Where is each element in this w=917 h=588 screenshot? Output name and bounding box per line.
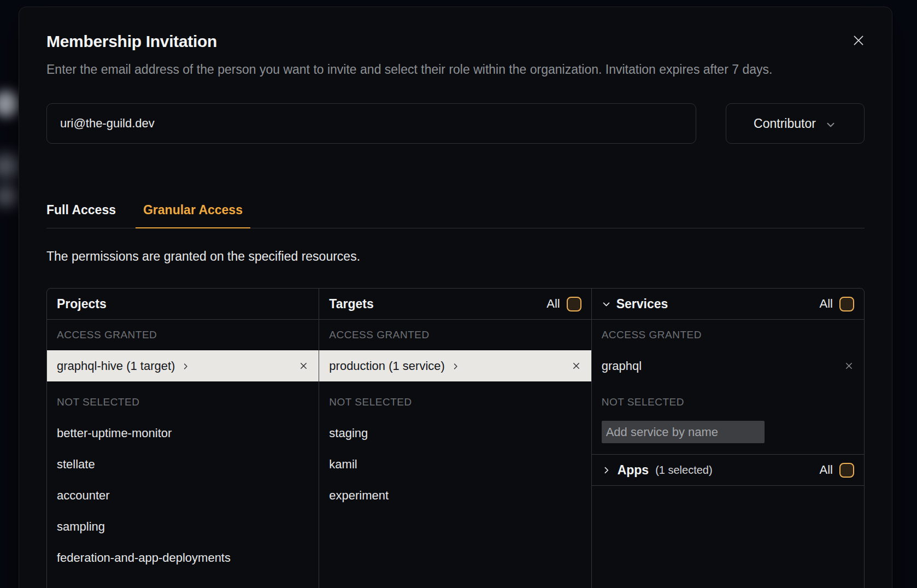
- chevron-right-icon: [181, 362, 190, 371]
- project-name: graphql-hive (1 target): [57, 359, 175, 373]
- services-title: Services: [616, 297, 668, 311]
- access-granted-label: ACCESS GRANTED: [319, 320, 591, 350]
- resources-table: Projects ACCESS GRANTED graphql-hive (1 …: [46, 288, 865, 588]
- all-label: All: [820, 463, 833, 477]
- project-name: better-uptime-monitor: [57, 426, 172, 440]
- page-title: Membership Invitation: [46, 32, 865, 51]
- service-row-granted[interactable]: graphql: [592, 350, 864, 381]
- target-row[interactable]: experiment: [319, 480, 591, 511]
- target-row-selected[interactable]: production (1 service): [319, 350, 591, 381]
- project-row[interactable]: stellate: [47, 449, 319, 480]
- project-row[interactable]: federation-and-app-deployments: [47, 542, 319, 573]
- apps-selected-count: (1 selected): [655, 464, 713, 477]
- projects-header: Projects: [47, 289, 319, 320]
- x-icon: [298, 361, 309, 371]
- projects-title: Projects: [57, 297, 107, 311]
- chevron-down-icon: [602, 299, 611, 309]
- modal-description: Enter the email address of the person yo…: [46, 60, 865, 79]
- permissions-note: The permissions are granted on the speci…: [46, 249, 865, 264]
- chevron-down-icon: [825, 119, 837, 131]
- background-glow: [0, 154, 20, 178]
- service-name: graphql: [602, 359, 642, 373]
- project-row[interactable]: sampling: [47, 511, 319, 542]
- project-name: federation-and-app-deployments: [57, 551, 231, 565]
- target-row[interactable]: staging: [319, 418, 591, 449]
- remove-target-button[interactable]: [571, 361, 581, 371]
- projects-column: Projects ACCESS GRANTED graphql-hive (1 …: [47, 289, 319, 588]
- access-granted-label: ACCESS GRANTED: [592, 320, 864, 350]
- invite-form-row: Contributor: [46, 103, 865, 144]
- background-glow: [0, 186, 17, 207]
- project-name: accounter: [57, 489, 110, 503]
- access-tabs: Full Access Granular Access: [46, 198, 865, 228]
- services-column: Services All ACCESS GRANTED graphql NOT …: [592, 289, 864, 588]
- apps-all-checkbox[interactable]: [839, 463, 854, 478]
- remove-project-button[interactable]: [298, 361, 309, 371]
- targets-title: Targets: [329, 297, 373, 311]
- all-label: All: [820, 297, 833, 311]
- x-icon: [571, 361, 581, 371]
- apps-select-all[interactable]: All: [820, 463, 854, 478]
- close-button[interactable]: [850, 32, 867, 49]
- targets-select-all[interactable]: All: [546, 297, 581, 311]
- target-name: experiment: [329, 489, 389, 503]
- close-icon: [851, 33, 866, 48]
- role-select[interactable]: Contributor: [726, 103, 865, 144]
- targets-all-checkbox[interactable]: [567, 297, 581, 311]
- target-name: kamil: [329, 457, 357, 472]
- access-granted-label: ACCESS GRANTED: [47, 320, 319, 350]
- targets-header: Targets All: [319, 289, 591, 320]
- services-all-checkbox[interactable]: [839, 297, 854, 311]
- services-select-all[interactable]: All: [820, 297, 854, 311]
- x-icon: [844, 361, 854, 371]
- project-name: sampling: [57, 520, 105, 534]
- target-row[interactable]: kamil: [319, 449, 591, 480]
- chevron-right-icon: [451, 362, 460, 371]
- not-selected-label: NOT SELECTED: [47, 387, 319, 418]
- remove-service-button[interactable]: [844, 361, 854, 371]
- add-service-input[interactable]: [602, 421, 765, 443]
- services-header[interactable]: Services All: [592, 289, 864, 320]
- email-input[interactable]: [46, 103, 696, 144]
- role-select-value: Contributor: [754, 116, 816, 131]
- apps-title: Apps: [618, 463, 649, 478]
- chevron-right-icon: [602, 466, 611, 475]
- target-name: production (1 service): [329, 359, 445, 373]
- project-name: stellate: [57, 457, 95, 472]
- project-row[interactable]: better-uptime-monitor: [47, 418, 319, 449]
- project-row[interactable]: accounter: [47, 480, 319, 511]
- background-glow: [0, 91, 19, 117]
- tab-full-access[interactable]: Full Access: [46, 198, 124, 228]
- tab-granular-access[interactable]: Granular Access: [136, 198, 250, 228]
- targets-column: Targets All ACCESS GRANTED production (1…: [319, 289, 591, 588]
- not-selected-label: NOT SELECTED: [592, 387, 864, 418]
- project-row-selected[interactable]: graphql-hive (1 target): [47, 350, 319, 381]
- membership-invitation-modal: Membership Invitation Enter the email ad…: [19, 7, 892, 588]
- apps-expand-row[interactable]: Apps (1 selected) All: [592, 454, 864, 486]
- target-name: staging: [329, 426, 368, 440]
- all-label: All: [546, 297, 560, 311]
- not-selected-label: NOT SELECTED: [319, 387, 591, 418]
